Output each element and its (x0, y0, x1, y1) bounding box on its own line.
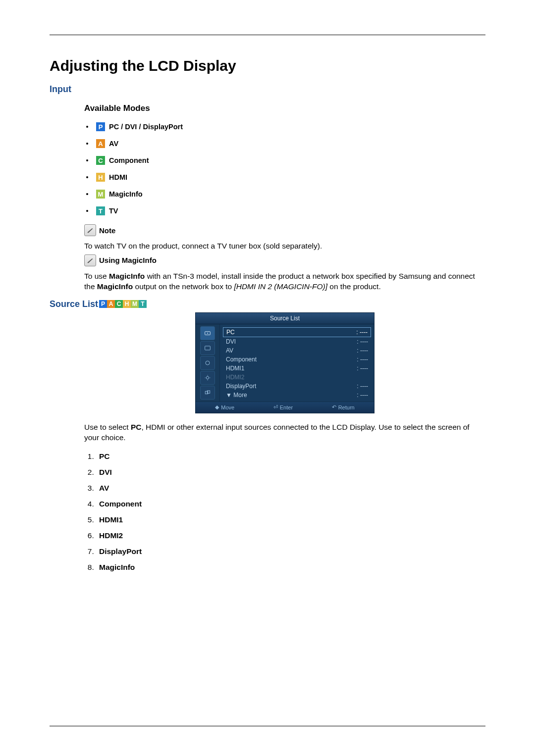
page-title: Adjusting the LCD Display (50, 57, 485, 74)
source-description: Use to select PC, HDMI or other external… (84, 422, 485, 443)
p-badge-icon: P (96, 122, 105, 131)
svg-rect-6 (207, 391, 210, 393)
bullet-icon (86, 143, 88, 145)
rule-bottom (50, 726, 485, 726)
a-badge-icon: A (96, 139, 105, 148)
osd-row-value: : ‑‑‑‑ (357, 338, 368, 345)
osd-row-label: HDMI2 (226, 374, 244, 381)
t-badge-icon: T (139, 300, 147, 308)
osd-row-pc: PC: ‑‑‑‑ (223, 327, 371, 337)
osd-foot-move: ◆ Move (215, 404, 234, 410)
text-bold: MagicInfo (109, 272, 145, 280)
mode-item-av: A AV (84, 139, 485, 148)
text-italic: [HDMI IN 2 (MAGICIN-FO)] (234, 282, 327, 291)
osd-row-hdmi1: HDMI1: ‑‑‑‑ (223, 364, 371, 373)
osd-row-label: Component (226, 356, 257, 363)
osd-foot-label: Enter (280, 404, 293, 410)
content-block: Available Modes P PC / DVI / DisplayPort… (84, 103, 485, 292)
osd-row-label: AV (226, 347, 233, 354)
text-fragment: , HDMI or other external input sources c… (84, 423, 470, 442)
note-icon (84, 224, 96, 236)
svg-point-1 (207, 333, 208, 334)
rule-top (50, 35, 485, 35)
svg-rect-5 (205, 391, 208, 394)
osd-picture-icon (200, 341, 215, 355)
osd-multi-icon (200, 386, 215, 400)
using-magicinfo-label: Using MagicInfo (99, 256, 157, 264)
osd-foot-label: Return (338, 404, 355, 410)
using-magicinfo-row: Using MagicInfo (84, 254, 485, 266)
osd-title: Source List (196, 313, 374, 324)
osd-foot-label: Move (221, 404, 234, 410)
list-item-label: MagicInfo (99, 563, 135, 571)
document-page: Adjusting the LCD Display Input Availabl… (0, 0, 535, 756)
modes-list: P PC / DVI / DisplayPort A AV C Componen… (84, 122, 485, 215)
text-fragment: output on the network box to (133, 282, 234, 291)
mode-label: AV (109, 140, 118, 148)
osd-row-label: DisplayPort (226, 383, 256, 390)
mode-item-pc: P PC / DVI / DisplayPort (84, 122, 485, 131)
osd-row-label: ▼ More (226, 392, 247, 399)
list-item-label: DisplayPort (99, 547, 142, 555)
text-fragment: on the product. (327, 282, 381, 291)
available-modes-heading: Available Modes (84, 103, 485, 113)
osd-input-icon (200, 326, 215, 340)
svg-point-4 (206, 376, 209, 379)
note-label: Note (99, 226, 115, 235)
osd-row-value: : ‑‑‑‑ (357, 365, 368, 372)
osd-row-more: ▼ More: ‑‑‑‑ (223, 391, 371, 400)
list-item: DisplayPort (96, 547, 485, 556)
note-icon (84, 254, 96, 266)
c-badge-icon: C (115, 300, 123, 308)
mode-item-hdmi: H HDMI (84, 173, 485, 182)
mode-label: MagicInfo (109, 190, 143, 198)
bullet-icon (86, 176, 88, 178)
h-badge-icon: H (123, 300, 131, 308)
mode-label: HDMI (109, 173, 127, 181)
osd-row-hdmi2: HDMI2 (223, 373, 371, 382)
list-item-label: PC (99, 452, 110, 460)
list-item-label: AV (99, 484, 109, 492)
mode-item-tv: T TV (84, 206, 485, 215)
t-badge-icon: T (96, 206, 105, 215)
bullet-icon (86, 159, 88, 161)
osd-row-component: Component: ‑‑‑‑ (223, 355, 371, 364)
osd-sidebar (196, 324, 220, 402)
osd-setup-icon (200, 371, 215, 385)
osd-row-label: DVI (226, 338, 236, 345)
bullet-icon (86, 210, 88, 212)
osd-row-value: : ‑‑‑‑ (357, 392, 368, 399)
list-item: HDMI1 (96, 515, 485, 524)
osd-sound-icon (200, 356, 215, 370)
mode-label: PC / DVI / DisplayPort (109, 123, 183, 131)
osd-row-value: : ‑‑‑‑ (356, 329, 368, 336)
osd-footer: ◆ Move ⏎ Enter ↶ Return (196, 402, 374, 413)
list-item-label: HDMI1 (99, 515, 123, 524)
osd-row-label: PC (226, 329, 235, 336)
p-badge-icon: P (99, 300, 107, 308)
osd-row-av: AV: ‑‑‑‑ (223, 346, 371, 355)
source-list-block: Source List PC: ‑‑‑‑ DVI: ‑‑‑‑ AV: ‑‑‑‑ … (84, 312, 485, 572)
list-item-label: DVI (99, 468, 112, 476)
list-item-label: HDMI2 (99, 531, 123, 540)
osd-row-dvi: DVI: ‑‑‑‑ (223, 337, 371, 346)
osd-foot-return: ↶ Return (332, 404, 355, 410)
osd-row-value: : ‑‑‑‑ (357, 347, 368, 354)
section-input-heading: Input (50, 84, 485, 95)
osd-row-value: : ‑‑‑‑ (357, 356, 368, 363)
osd-menu: Source List PC: ‑‑‑‑ DVI: ‑‑‑‑ AV: ‑‑‑‑ … (195, 312, 374, 413)
note-row: Note (84, 224, 485, 236)
osd-screenshot: Source List PC: ‑‑‑‑ DVI: ‑‑‑‑ AV: ‑‑‑‑ … (84, 312, 485, 413)
osd-list: PC: ‑‑‑‑ DVI: ‑‑‑‑ AV: ‑‑‑‑ Component: ‑… (220, 324, 374, 402)
osd-body: PC: ‑‑‑‑ DVI: ‑‑‑‑ AV: ‑‑‑‑ Component: ‑… (196, 324, 374, 402)
svg-rect-2 (205, 346, 211, 350)
list-item: HDMI2 (96, 531, 485, 540)
bullet-icon (86, 126, 88, 128)
mode-label: TV (109, 207, 118, 215)
osd-row-value: : ‑‑‑‑ (357, 383, 368, 390)
source-list-heading-row: Source List P A C H M T (50, 299, 485, 309)
rule-bottom-wrap (50, 726, 485, 726)
list-item: Component (96, 500, 485, 508)
h-badge-icon: H (96, 173, 105, 182)
m-badge-icon: M (96, 190, 105, 199)
